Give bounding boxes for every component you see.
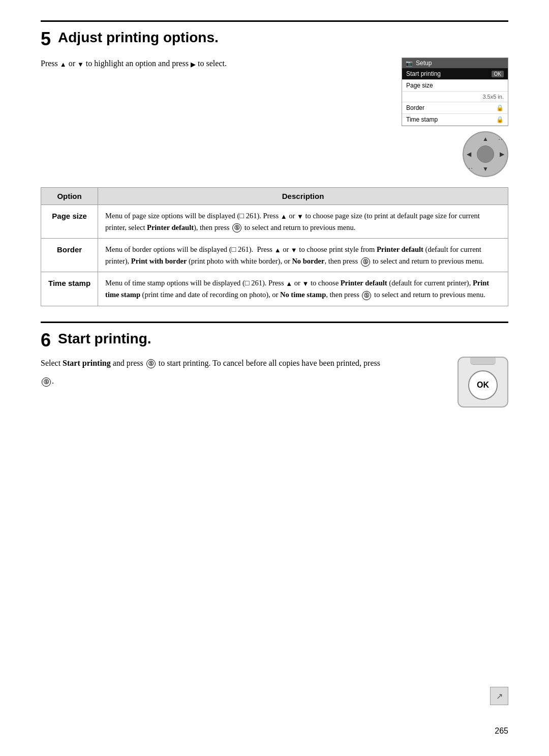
camera-icon: 📷 — [406, 60, 413, 67]
setup-screen-row-page-size-value: 3.5x5 in. — [402, 92, 508, 102]
dpad-left-arrow: ◀ — [467, 151, 471, 158]
step5-visuals: 📷 Setup Start printing OK Page size 3.5x… — [402, 57, 508, 177]
step5-number: 5 — [41, 30, 51, 48]
step5-header: 5 Adjust printing options. — [41, 20, 508, 48]
col-option-header: Option — [41, 188, 98, 205]
ok-button-tab — [470, 358, 496, 365]
dpad-right-arrow: ▶ — [500, 151, 504, 158]
dpad-down-arrow: ▼ — [482, 165, 489, 173]
step6-title: Start printing. — [58, 331, 151, 347]
ok-button-circle: OK — [468, 370, 498, 400]
setup-screen-row-start-printing: Start printing OK — [402, 68, 508, 80]
description-page-size: Menu of page size options will be displa… — [98, 205, 508, 239]
dpad-dots-bottom: • • — [469, 166, 473, 171]
setup-screen-row-page-size: Page size — [402, 80, 508, 92]
option-label-border: Border — [41, 239, 98, 272]
step5-intro-text: Press ▲ or ▼ to highlight an option and … — [41, 57, 386, 70]
dpad-up-arrow: ▲ — [482, 135, 489, 143]
setup-screen: 📷 Setup Start printing OK Page size 3.5x… — [402, 57, 508, 126]
dpad-control: ▲ ▼ ◀ ▶ • • • • — [463, 131, 508, 177]
step6-section: 6 Start printing. Select Start printing … — [41, 322, 508, 408]
description-border: Menu of border options will be displayed… — [98, 239, 508, 272]
step5-content: Press ▲ or ▼ to highlight an option and … — [41, 57, 508, 177]
dpad-inner — [477, 146, 494, 163]
step6-number: 6 — [41, 331, 51, 350]
time-stamp-lock-icon: 🔒 — [496, 116, 504, 123]
table-row-time-stamp: Time stamp Menu of time stamp options wi… — [41, 272, 508, 306]
setup-screen-row-border: Border 🔒 — [402, 102, 508, 114]
ok-badge: OK — [492, 71, 504, 77]
setup-screen-title-text: Setup — [416, 60, 432, 67]
border-label: Border — [406, 104, 424, 111]
step6-content: Select Start printing and press Ⓢ to sta… — [41, 357, 508, 408]
border-lock-icon: 🔒 — [496, 104, 504, 111]
col-description-header: Description — [98, 188, 508, 205]
time-stamp-label: Time stamp — [406, 116, 438, 123]
table-row-page-size: Page size Menu of page size options will… — [41, 205, 508, 239]
ok-button-visual: OK — [458, 357, 508, 408]
option-label-page-size: Page size — [41, 205, 98, 239]
ok-button-label: OK — [477, 381, 489, 390]
step5-title: Adjust printing options. — [58, 30, 219, 46]
page-size-label: Page size — [406, 82, 433, 89]
dpad-outer: ▲ ▼ ◀ ▶ • • • • — [463, 131, 508, 177]
start-printing-label: Start printing — [406, 70, 441, 77]
description-time-stamp: Menu of time stamp options will be displ… — [98, 272, 508, 306]
corner-icon: ↗ — [490, 687, 508, 705]
options-table: Option Description Page size Menu of pag… — [41, 187, 508, 306]
page-number: 265 — [495, 726, 508, 736]
dpad-dots-top: • • — [498, 137, 502, 142]
table-row-border: Border Menu of border options will be di… — [41, 239, 508, 272]
ok-button-outer: OK — [458, 357, 508, 408]
step6-text: Select Start printing and press Ⓢ to sta… — [41, 357, 442, 388]
option-label-time-stamp: Time stamp — [41, 272, 98, 306]
step6-header: 6 Start printing. — [41, 331, 508, 350]
setup-screen-row-time-stamp: Time stamp 🔒 — [402, 114, 508, 126]
setup-screen-title: 📷 Setup — [402, 58, 508, 68]
page-size-measurement: 3.5x5 in. — [482, 94, 504, 100]
